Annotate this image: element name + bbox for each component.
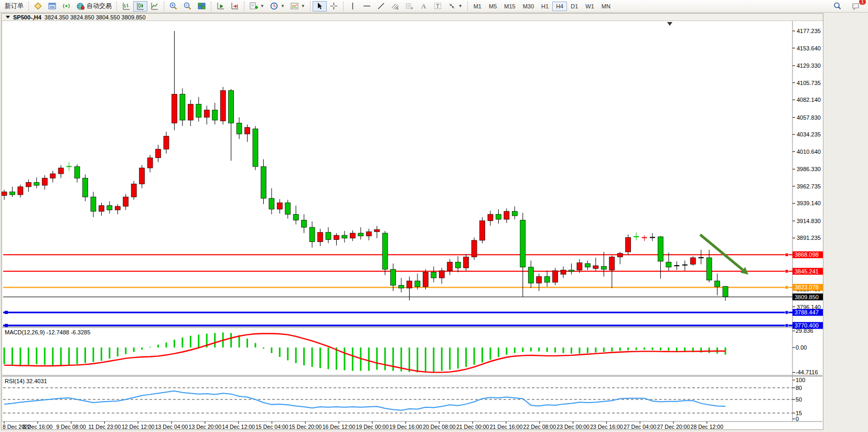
horizontal-line-icon	[362, 2, 371, 10]
equidistant-channel-tool[interactable]: E	[388, 1, 402, 12]
svg-text:3914.830: 3914.830	[797, 218, 821, 224]
chart-shift-button[interactable]	[228, 1, 242, 12]
templates-icon	[290, 2, 299, 10]
crosshair-tool-button[interactable]	[327, 1, 341, 12]
autotrade-globe-icon	[76, 2, 85, 10]
svg-text:27 Dec 20:00: 27 Dec 20:00	[657, 424, 690, 430]
svg-text:E: E	[397, 7, 399, 10]
bar-chart-button[interactable]	[119, 1, 133, 12]
tf-w1-button[interactable]: W1	[582, 2, 598, 11]
price-axis[interactable]: 3844.0453820.4504177.2354153.6404129.330…	[792, 28, 821, 422]
svg-text:0: 0	[796, 416, 799, 422]
arrows-tool[interactable]: ▼	[445, 1, 465, 12]
auto-scroll-button[interactable]	[213, 1, 228, 12]
svg-text:3809.850: 3809.850	[795, 294, 819, 300]
periods-button[interactable]: ▼	[267, 1, 287, 12]
auto-trading-button[interactable]: 自动交易	[73, 1, 114, 12]
svg-text:3845.241: 3845.241	[795, 268, 819, 275]
svg-text:3823.078: 3823.078	[795, 284, 819, 290]
terminal-window-button[interactable]	[45, 1, 59, 12]
svg-text:20 Dec 08:00: 20 Dec 08:00	[423, 424, 456, 430]
tf-m5-button[interactable]: M5	[485, 2, 500, 11]
crosshair-icon	[329, 2, 338, 10]
svg-text:4057.830: 4057.830	[797, 114, 821, 121]
auto-trading-label: 自动交易	[87, 2, 112, 10]
svg-text:27 Dec 04:00: 27 Dec 04:00	[624, 424, 657, 430]
zoom-in-icon	[169, 2, 178, 10]
svg-text:23 Dec 16:00: 23 Dec 16:00	[590, 424, 623, 430]
rsi-pane: RSI(14) 32.4031	[4, 378, 725, 410]
svg-text:19 Dec 00:00: 19 Dec 00:00	[356, 424, 389, 430]
svg-text:21 Dec 16:00: 21 Dec 16:00	[490, 424, 523, 430]
bar-chart-icon	[122, 2, 131, 10]
horizontal-lines[interactable]	[3, 253, 792, 327]
indicators-button[interactable]: ▼	[247, 1, 267, 12]
tf-m15-button[interactable]: M15	[500, 2, 519, 11]
svg-text:3939.140: 3939.140	[797, 200, 821, 206]
svg-text:28 Dec 12:00: 28 Dec 12:00	[691, 424, 724, 430]
chart-shift-icon	[230, 2, 239, 10]
zoom-in-button[interactable]	[166, 1, 180, 12]
notifications-button[interactable]: 1	[849, 1, 863, 12]
svg-text:13 Dec 04:00: 13 Dec 04:00	[155, 424, 188, 430]
candlestick-series	[2, 31, 728, 301]
auto-scroll-icon	[216, 2, 225, 10]
chart-window[interactable]: SP500-,H4 3824.350 3824.850 3804.550 380…	[1, 13, 823, 430]
main-toolbar: 新订单 自动交易	[0, 0, 868, 13]
search-icon	[833, 2, 842, 10]
vertical-line-icon	[348, 2, 357, 10]
vertical-line-tool[interactable]	[346, 1, 360, 12]
horizontal-line-tool[interactable]	[360, 1, 374, 12]
candlestick-chart-button[interactable]	[133, 1, 147, 12]
terminal-window-icon	[48, 2, 57, 10]
signal-icon	[62, 2, 71, 10]
toolbar-separator	[244, 2, 244, 11]
window-caret-icon[interactable]	[6, 16, 10, 18]
toolbar-separator	[310, 2, 310, 11]
svg-text:15 Dec 04:00: 15 Dec 04:00	[255, 424, 288, 430]
chart-shift-marker[interactable]	[667, 22, 672, 26]
svg-text:50: 50	[796, 396, 802, 403]
text-label-tool[interactable]: T	[431, 1, 445, 12]
tf-m30-button[interactable]: M30	[519, 2, 538, 11]
indicators-add-icon	[249, 2, 258, 10]
tf-mn-button[interactable]: MN	[598, 2, 614, 11]
zoom-out-button[interactable]	[180, 1, 195, 12]
svg-text:T: T	[436, 4, 439, 9]
svg-text:4034.235: 4034.235	[797, 131, 821, 138]
new-order-button[interactable]: 新订单	[2, 1, 26, 12]
tf-d1-button[interactable]: D1	[567, 2, 582, 11]
chart-window-titlebar[interactable]: SP500-,H4 3824.350 3824.850 3804.550 380…	[2, 14, 823, 21]
toolbar-separator	[211, 2, 211, 11]
svg-text:-44.7116: -44.7116	[796, 369, 818, 375]
svg-text:80: 80	[796, 385, 802, 391]
svg-text:3891.235: 3891.235	[797, 235, 821, 241]
templates-button[interactable]: ▼	[287, 1, 308, 12]
svg-text:MACD(12,26,9) -12.7488 -6.3285: MACD(12,26,9) -12.7488 -6.3285	[5, 329, 90, 335]
price-axis-labels: 3868.0983845.2413823.0783788.4473770.400…	[792, 251, 823, 329]
svg-text:19 Dec 16:00: 19 Dec 16:00	[389, 424, 422, 430]
time-axis[interactable]: 8 Dec 20228 Dec 16:009 Dec 08:0011 Dec 2…	[3, 422, 723, 430]
line-chart-button[interactable]	[147, 1, 162, 12]
chart-area[interactable]: 3844.0453820.4504177.2354153.6404129.330…	[2, 21, 823, 430]
tf-h4-button[interactable]: H4	[552, 2, 567, 11]
cursor-tool-button[interactable]	[313, 1, 327, 12]
tf-m1-button[interactable]: M1	[470, 2, 485, 11]
text-tool[interactable]: A	[416, 1, 431, 12]
tile-windows-button[interactable]	[195, 1, 209, 12]
svg-text:16 Dec 12:00: 16 Dec 12:00	[323, 424, 356, 430]
cursor-icon	[315, 2, 324, 10]
tf-h1-button[interactable]: H1	[538, 2, 552, 11]
new-order-label: 新订单	[5, 2, 24, 10]
pane-borders	[2, 21, 822, 422]
trendline-tool[interactable]	[374, 1, 388, 12]
arrows-icon	[447, 2, 456, 10]
yellow-diamond-button[interactable]	[31, 1, 45, 12]
svg-text:0.00: 0.00	[796, 344, 807, 351]
svg-text:9 Dec 08:00: 9 Dec 08:00	[56, 424, 86, 430]
svg-text:3770.400: 3770.400	[795, 322, 819, 329]
search-button[interactable]	[830, 1, 844, 12]
signal-button[interactable]	[59, 1, 73, 12]
fibonacci-tool[interactable]: F	[402, 1, 416, 12]
svg-text:12 Dec 12:00: 12 Dec 12:00	[122, 424, 155, 430]
